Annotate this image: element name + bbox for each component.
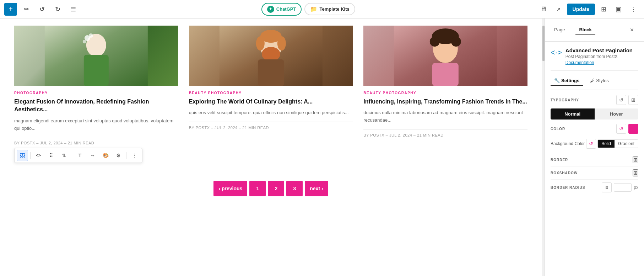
brush-icon: 🖌: [590, 78, 595, 83]
border-expand-btn[interactable]: ⊞: [633, 156, 638, 163]
color-controls: ↺: [616, 124, 638, 134]
external-link-icon: ↗: [556, 6, 561, 12]
svg-rect-9: [258, 59, 284, 86]
more-toolbar-icon: ⋮: [132, 153, 137, 158]
toggle-sidebar-button[interactable]: ▣: [612, 3, 625, 16]
documentation-link[interactable]: Documentation: [565, 60, 594, 65]
border-radius-input[interactable]: [614, 183, 632, 192]
blog-title-3: Influencing, Inspiring, Transforming Fas…: [363, 98, 527, 106]
settings-tab-btn[interactable]: 🔧 Settings: [551, 76, 583, 86]
background-color-row: Background Color ↺ Solid Gradient: [551, 139, 638, 149]
list-view-button[interactable]: ☰: [67, 3, 80, 16]
settings-styles-tabs: 🔧 Settings 🖌 Styles: [551, 76, 638, 90]
toolbar-move-btn[interactable]: ⠿: [45, 150, 57, 161]
svg-point-4: [89, 33, 93, 38]
svg-point-8: [261, 47, 280, 61]
toolbar-image-btn[interactable]: 🖼: [17, 150, 28, 161]
typography-expand-btn[interactable]: ⊞: [628, 95, 638, 105]
sidebar-body: <·> Advanced Post Pagination Post Pagina…: [545, 42, 644, 201]
block-subtitle: Post Pagination from PostX: [565, 54, 633, 59]
template-kits-button[interactable]: 📁 Template Kits: [304, 3, 355, 15]
more-options-button[interactable]: ⋮: [627, 3, 640, 16]
bg-color-controls: ↺ Solid Gradient: [586, 139, 638, 149]
desktop-view-button[interactable]: 🖥: [537, 3, 550, 16]
toolbar-settings-btn[interactable]: ⚙: [113, 150, 124, 161]
svg-point-11: [256, 36, 264, 51]
desktop-icon: 🖥: [540, 5, 547, 13]
blog-card-3: BEAUTY PHOTOGRAPHY Influencing, Inspirin…: [363, 26, 527, 170]
page-tab[interactable]: Page: [551, 25, 568, 35]
text-icon: T: [79, 153, 82, 158]
editor-canvas: PHOTOGRAPHY Elegant Fusion Of Innovation…: [0, 18, 542, 276]
border-radius-label: BORDER RADIUS: [551, 186, 585, 190]
solid-btn[interactable]: Solid: [598, 140, 615, 148]
page-1-button[interactable]: 1: [249, 181, 266, 196]
pagination: ‹ previous 1 2 3 next ›: [14, 170, 527, 203]
svg-point-5: [83, 40, 86, 43]
gradient-btn[interactable]: Gradient: [615, 140, 638, 148]
toolbar-more-btn[interactable]: ⋮: [129, 150, 140, 161]
boxshadow-expand-btn[interactable]: ⊞: [633, 169, 638, 176]
chatgpt-button[interactable]: ✦ ChatGPT: [261, 3, 302, 16]
normal-hover-toggle: Normal Hover: [551, 108, 638, 120]
page-3-button[interactable]: 3: [286, 181, 303, 196]
border-radius-unit: px: [634, 185, 638, 190]
hover-toggle-btn[interactable]: Hover: [595, 108, 639, 120]
toolbar-text-btn[interactable]: T: [74, 150, 86, 161]
undo-button[interactable]: ↺: [36, 3, 48, 16]
image-toolbar-icon: 🖼: [20, 153, 25, 158]
prev-label: ‹ previous: [218, 186, 242, 191]
sidebar-header: Page Block ×: [545, 18, 644, 42]
normal-toggle-btn[interactable]: Normal: [551, 108, 595, 120]
blog-category-2: BEAUTY PHOTOGRAPHY: [189, 91, 353, 95]
boxshadow-label: BOXSHADOW: [551, 171, 578, 175]
canvas-scrollbar[interactable]: [542, 18, 545, 276]
external-link-button[interactable]: ↗: [552, 3, 565, 16]
pen-tool-button[interactable]: ✏: [20, 3, 33, 16]
toolbar-divider-2: [72, 152, 72, 159]
blog-category-1: PHOTOGRAPHY: [14, 91, 178, 95]
width-icon: ↔: [90, 153, 95, 158]
blog-excerpt-2: quis eos velit suscipit tempore. quia of…: [189, 109, 353, 117]
styles-tab-btn[interactable]: 🖌 Styles: [586, 76, 612, 86]
paint-icon: 🎨: [103, 153, 109, 158]
typography-reset-btn[interactable]: ↺: [616, 95, 626, 105]
multisite-button[interactable]: ⊞: [597, 3, 610, 16]
chatgpt-label: ChatGPT: [276, 6, 296, 12]
svg-point-16: [430, 37, 440, 47]
next-page-button[interactable]: next ›: [305, 181, 328, 196]
settings-toolbar-icon: ⚙: [116, 153, 121, 158]
wrench-icon: 🔧: [554, 78, 560, 83]
toolbar-width-btn[interactable]: ↔: [87, 150, 98, 161]
block-toolbar: 🖼 <> ⠿ ⇅ T: [14, 148, 142, 163]
prev-page-button[interactable]: ‹ previous: [213, 181, 247, 196]
color-picker-btn[interactable]: [628, 124, 638, 134]
more-options-icon: ⋮: [630, 5, 637, 13]
blog-meta-1: BY POSTX – JUL 2, 2024 – 21 MIN READ: [14, 137, 178, 145]
redo-button[interactable]: ↻: [51, 3, 64, 16]
toolbar-paint-btn[interactable]: 🎨: [100, 150, 111, 161]
right-sidebar: Page Block × <·> Advanced Post Paginatio…: [545, 18, 644, 276]
page-1-label: 1: [256, 186, 259, 191]
bg-color-reset-btn[interactable]: ↺: [586, 139, 596, 149]
blog-title-1: Elegant Fusion Of Innovation, Redefining…: [14, 98, 178, 114]
svg-rect-2: [84, 55, 109, 86]
multisite-icon: ⊞: [601, 5, 606, 13]
undo-icon: ↺: [39, 5, 45, 13]
blog-image-1: [14, 26, 178, 86]
blog-grid: PHOTOGRAPHY Elegant Fusion Of Innovation…: [14, 26, 527, 170]
color-reset-btn[interactable]: ↺: [616, 124, 626, 134]
toolbar-code-btn[interactable]: <>: [33, 150, 44, 161]
color-label: COLOR: [551, 127, 565, 131]
blog-category-3: BEAUTY PHOTOGRAPHY: [363, 91, 527, 95]
border-radius-device-btn[interactable]: 🖥: [602, 182, 612, 192]
svg-rect-20: [432, 63, 459, 86]
template-kits-label: Template Kits: [319, 6, 349, 12]
add-block-button[interactable]: +: [4, 3, 17, 16]
block-tab[interactable]: Block: [575, 25, 595, 35]
toolbar-arrows-btn[interactable]: ⇅: [58, 150, 70, 161]
page-2-button[interactable]: 2: [268, 181, 284, 196]
sidebar-close-button[interactable]: ×: [626, 23, 638, 36]
update-button[interactable]: Update: [567, 4, 595, 15]
background-color-label: Background Color: [551, 141, 585, 146]
